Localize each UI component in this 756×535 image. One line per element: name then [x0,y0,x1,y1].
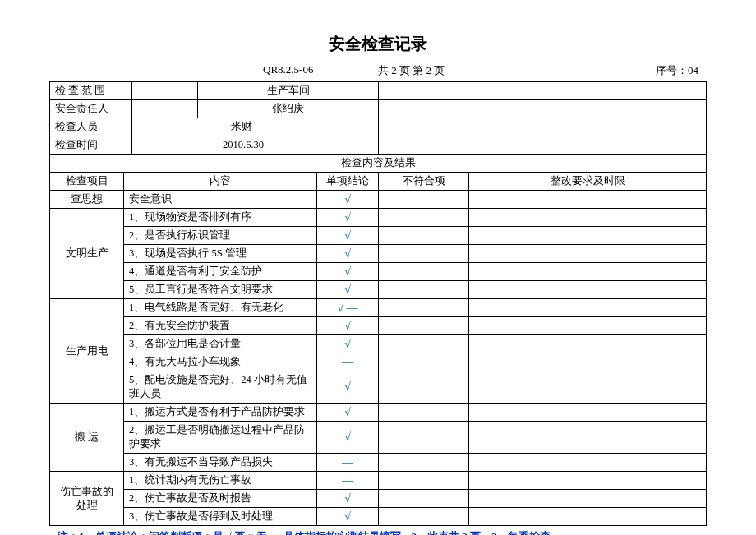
result-cell: — [317,353,379,371]
header-table: 检 查 范 围 生产车间 安全责任人 张绍庚 检查人员 米财 检查时间 2010… [49,81,707,155]
col-category: 检查项目 [50,173,124,191]
category-cell: 搬 运 [50,404,124,472]
table-row: 搬 运1、搬运方式是否有利于产品防护要求√ [50,404,707,422]
requirement-cell [469,281,707,299]
content-cell: 2、伤亡事故是否及时报告 [124,490,317,508]
nonconform-cell [379,335,469,353]
doc-title: 安全检查记录 [49,33,707,55]
result-cell: √ [317,335,379,353]
col-content: 内容 [124,173,317,191]
result-cell: √ [317,508,379,526]
nonconform-cell [379,191,469,209]
result-cell: √ [317,422,379,454]
result-cell: — [317,472,379,490]
result-cell: √ [317,245,379,263]
page-info: 共 2 页 第 2 页 [378,63,526,78]
table-row: 2、伤亡事故是否及时报告√ [50,490,707,508]
requirement-cell [469,245,707,263]
result-cell: √ [317,263,379,281]
table-row: 5、员工言行是否符合文明要求√ [50,281,707,299]
table-row: 2、有无安全防护装置√ [50,317,707,335]
content-cell: 1、电气线路是否完好、有无老化 [124,299,317,317]
table-row: 检查时间 2010.6.30 [50,136,707,155]
nonconform-cell [379,371,469,404]
nonconform-cell [379,245,469,263]
scope-value: 生产车间 [198,82,379,100]
requirement-cell [469,299,707,317]
document-wrap: 安全检查记录 QR8.2.5-06 共 2 页 第 2 页 序号：04 检 查 … [49,33,707,535]
category-cell: 伤亡事故的处理 [50,472,124,526]
nonconform-cell [379,490,469,508]
nonconform-cell [379,472,469,490]
nonconform-cell [379,353,469,371]
seq-number: 序号：04 [526,63,698,78]
result-cell: √ [317,371,379,404]
requirement-cell [469,508,707,526]
requirement-cell [469,404,707,422]
requirement-cell [469,353,707,371]
requirement-cell [469,209,707,227]
content-cell: 1、统计期内有无伤亡事故 [124,472,317,490]
table-row: 生产用电1、电气线路是否完好、有无老化√ — [50,299,707,317]
scope-label: 检 查 范 围 [50,82,132,100]
result-cell: √ [317,227,379,245]
content-cell: 安全意识 [124,191,317,209]
table-row: 2、搬运工是否明确搬运过程中产品防护要求√ [50,422,707,454]
col-nonconform: 不符合项 [379,173,469,191]
result-cell: √ — [317,299,379,317]
col-result: 单项结论 [317,173,379,191]
table-header-row: 检查项目 内容 单项结论 不符合项 整改要求及时限 [50,173,707,191]
resp-value: 张绍庚 [198,100,379,118]
table-row: 4、有无大马拉小车现象— [50,353,707,371]
content-cell: 1、现场物资是否排列有序 [124,209,317,227]
nonconform-cell [379,317,469,335]
table-row: 3、伤亡事故是否得到及时处理√ [50,508,707,526]
footnote: 注：1、单项结论：问答判断项：是 √ 否 × 无 — 具体指标按实测结果填写。2… [49,529,707,535]
requirement-cell [469,263,707,281]
content-cell: 2、有无安全防护装置 [124,317,317,335]
requirement-cell [469,191,707,209]
meta-row: QR8.2.5-06 共 2 页 第 2 页 序号：04 [49,63,707,78]
content-cell: 3、有无搬运不当导致产品损失 [124,454,317,472]
nonconform-cell [379,422,469,454]
time-value: 2010.6.30 [132,136,379,155]
table-row: 3、现场是否执行 5S 管理√ [50,245,707,263]
table-row: 2、是否执行标识管理√ [50,227,707,245]
category-cell: 生产用电 [50,299,124,404]
content-cell: 4、通道是否有利于安全防护 [124,263,317,281]
inspector-value: 米财 [132,118,379,136]
content-table: 检查内容及结果 检查项目 内容 单项结论 不符合项 整改要求及时限 查思想安全意… [49,154,707,526]
nonconform-cell [379,281,469,299]
requirement-cell [469,335,707,353]
table-row: 3、各部位用电是否计量√ [50,335,707,353]
requirement-cell [469,317,707,335]
content-cell: 3、现场是否执行 5S 管理 [124,245,317,263]
result-cell: √ [317,209,379,227]
category-cell: 查思想 [50,191,124,209]
table-row: 检 查 范 围 生产车间 [50,82,707,100]
doc-number: QR8.2.5-06 [263,63,378,78]
table-row: 查思想安全意识√ [50,191,707,209]
content-cell: 4、有无大马拉小车现象 [124,353,317,371]
result-cell: √ [317,317,379,335]
requirement-cell [469,472,707,490]
result-cell: √ [317,404,379,422]
content-cell: 2、搬运工是否明确搬运过程中产品防护要求 [124,422,317,454]
nonconform-cell [379,454,469,472]
table-row: 检查内容及结果 [50,155,707,173]
table-row: 5、配电设施是否完好、24 小时有无值班人员√ [50,371,707,404]
requirement-cell [469,371,707,404]
table-row: 3、有无搬运不当导致产品损失— [50,454,707,472]
table-row: 4、通道是否有利于安全防护√ [50,263,707,281]
table-row: 伤亡事故的处理1、统计期内有无伤亡事故— [50,472,707,490]
col-requirement: 整改要求及时限 [469,173,707,191]
resp-label: 安全责任人 [50,100,132,118]
nonconform-cell [379,263,469,281]
table-row: 检查人员 米财 [50,118,707,136]
nonconform-cell [379,209,469,227]
result-cell: √ [317,191,379,209]
nonconform-cell [379,404,469,422]
time-label: 检查时间 [50,136,132,155]
requirement-cell [469,490,707,508]
result-cell: √ [317,281,379,299]
